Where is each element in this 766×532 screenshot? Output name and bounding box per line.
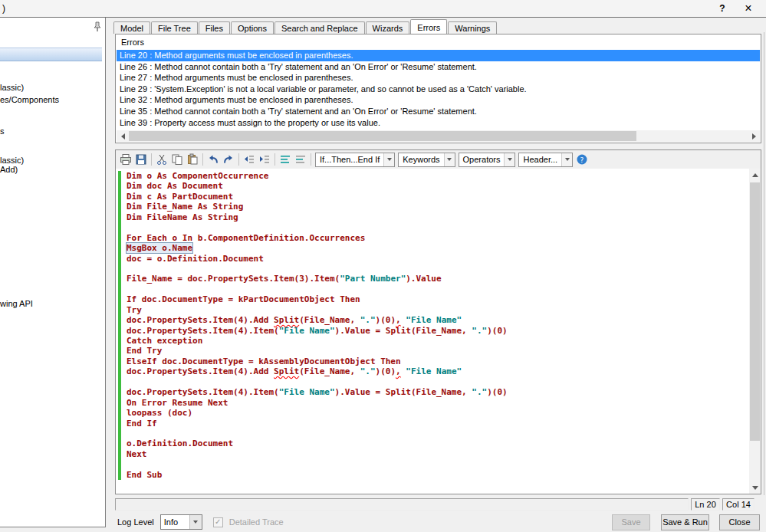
code-line[interactable]: loopass (doc) (116, 408, 749, 418)
header-dropdown[interactable]: Header... (518, 153, 573, 167)
code-line[interactable]: Try (116, 305, 749, 315)
save-icon[interactable] (133, 152, 149, 167)
scrollbar-thumb[interactable] (129, 131, 636, 141)
detailed-trace-checkbox[interactable] (213, 517, 223, 527)
code-line[interactable]: For Each o In b.ComponentDefinition.Occu… (116, 233, 749, 243)
help-icon[interactable]: ? (574, 152, 590, 167)
tab-errors[interactable]: Errors (410, 19, 447, 34)
dropdown-label: Header... (523, 155, 557, 164)
error-list: Line 20 : Method arguments must be enclo… (117, 50, 760, 130)
copy-icon[interactable] (169, 152, 185, 167)
code-line[interactable]: doc.PropertySets.Item(4).Add Split(File_… (116, 315, 749, 325)
code-line[interactable]: MsgBox o.Name (116, 243, 749, 253)
uncomment-icon[interactable] (293, 152, 308, 167)
code-line[interactable]: doc.PropertySets.Item(4).Item("File Name… (116, 387, 749, 397)
code-line[interactable] (116, 222, 749, 232)
tab-model[interactable]: Model (113, 21, 150, 34)
tree-item[interactable]: lassic) (0, 83, 24, 92)
code-line[interactable]: doc = o.Definition.Document (116, 254, 749, 264)
code-line[interactable]: End Sub (116, 470, 749, 480)
paste-icon[interactable] (185, 152, 200, 167)
help-button[interactable]: ? (712, 0, 733, 17)
pin-icon[interactable] (92, 21, 103, 32)
tab-file-tree[interactable]: File Tree (151, 21, 198, 34)
redo-icon[interactable] (221, 152, 236, 167)
code-line[interactable]: Dim FileName As String (116, 212, 749, 222)
scroll-right-arrow[interactable] (748, 130, 760, 142)
save-and-run-button[interactable]: Save & Run (661, 514, 709, 530)
error-row[interactable]: Line 32 : Method arguments must be enclo… (117, 94, 760, 106)
indent-icon[interactable] (257, 152, 272, 167)
tree-item[interactable]: es/Components (0, 95, 59, 104)
error-row[interactable]: Line 26 : Method cannot contain both a '… (117, 61, 760, 73)
code-line[interactable]: ElseIf doc.DocumentType = kAssemblyDocum… (116, 356, 749, 366)
tab-warnings[interactable]: Warnings (448, 21, 497, 34)
scrollbar-track[interactable] (129, 130, 748, 142)
dropdown-label: Operators (463, 155, 501, 164)
code-string: "." (472, 387, 487, 397)
scroll-left-arrow[interactable] (117, 130, 129, 142)
outdent-icon[interactable] (242, 152, 257, 167)
code-text: o.Definition.Document (127, 438, 233, 448)
log-level-select[interactable]: Info (160, 514, 202, 530)
code-line[interactable]: doc.PropertySets.Item(4).Add Split(File_… (116, 366, 749, 376)
error-row[interactable]: Line 29 : 'System.Exception' is not a lo… (117, 84, 760, 95)
undo-icon[interactable] (205, 152, 221, 167)
code-line[interactable]: doc.PropertySets.Item(4).Item("File Name… (116, 326, 749, 336)
code-text: Dim o As ComponentOccurrence (127, 171, 268, 181)
tab-search-and-replace[interactable]: Search and Replace (275, 21, 365, 34)
errors-horizontal-scrollbar[interactable] (117, 130, 760, 142)
code-line[interactable]: End Try (116, 346, 749, 356)
tab-wizards[interactable]: Wizards (366, 21, 410, 34)
error-row[interactable]: Line 27 : Method arguments must be enclo… (117, 72, 760, 84)
code-line[interactable]: If doc.DocumentType = kPartDocumentObjec… (116, 294, 749, 304)
code-line[interactable]: File_Name = doc.PropertySets.Item(3).Ite… (116, 274, 749, 284)
code-line[interactable]: End If (116, 419, 749, 429)
toolbar-separator (151, 153, 152, 166)
code-text: End If (127, 419, 157, 429)
close-button[interactable]: Close (719, 514, 760, 530)
cut-icon[interactable] (154, 152, 169, 167)
code-line[interactable] (116, 284, 749, 294)
tab-files[interactable]: Files (199, 21, 230, 34)
code-line[interactable]: Dim doc As Document (116, 181, 749, 191)
tab-options[interactable]: Options (231, 21, 274, 34)
tree-item[interactable]: s (0, 126, 5, 136)
tree-item[interactable]: wing API (0, 299, 33, 308)
error-row[interactable]: Line 35 : Method cannot contain both a '… (117, 106, 760, 117)
error-row[interactable]: Line 20 : Method arguments must be enclo… (117, 50, 760, 61)
error-row[interactable]: Line 39 : Property access must assign to… (117, 117, 760, 129)
tree-item[interactable]: lassic) (0, 156, 24, 165)
keywords-dropdown[interactable]: Keywords (398, 153, 455, 167)
scroll-down-arrow[interactable] (749, 481, 761, 494)
scrollbar-track[interactable] (749, 181, 761, 481)
close-window-button[interactable]: × (738, 0, 759, 17)
code-area[interactable]: Dim o As ComponentOccurrenceDim doc As D… (116, 169, 749, 494)
code-line[interactable]: Next (116, 449, 749, 459)
scroll-up-arrow[interactable] (749, 169, 761, 181)
snippets-selected-header[interactable] (0, 48, 102, 61)
code-line[interactable] (116, 429, 749, 438)
code-line[interactable]: On Error Resume Next (116, 398, 749, 408)
code-line[interactable] (116, 264, 749, 274)
detailed-trace-label: Detailed Trace (229, 517, 284, 527)
tree-item[interactable]: Add) (0, 165, 18, 174)
snippet-if-then-dropdown[interactable]: If...Then...End If (315, 153, 395, 167)
operators-dropdown[interactable]: Operators (459, 153, 516, 167)
code-line[interactable] (116, 377, 749, 387)
code-line[interactable]: Dim c As PartDocument (116, 192, 749, 202)
save-button[interactable]: Save (612, 514, 650, 530)
scrollbar-thumb[interactable] (750, 182, 760, 441)
code-text: ElseIf doc.DocumentType = kAssemblyDocum… (127, 356, 401, 366)
code-line[interactable]: Dim File_Name As String (116, 202, 749, 212)
editor-vertical-scrollbar[interactable] (749, 169, 761, 494)
code-line[interactable]: Catch exception (116, 336, 749, 346)
comment-icon[interactable] (278, 152, 293, 167)
code-line[interactable] (116, 459, 749, 469)
code-text: ).Value (406, 274, 441, 284)
print-icon[interactable] (118, 152, 133, 167)
code-line[interactable]: o.Definition.Document (116, 438, 749, 448)
code-line[interactable]: Dim o As ComponentOccurrence (116, 171, 749, 181)
code-text: If doc.DocumentType = kPartDocumentObjec… (127, 294, 360, 304)
code-text: doc = o.Definition.Document (127, 254, 264, 264)
